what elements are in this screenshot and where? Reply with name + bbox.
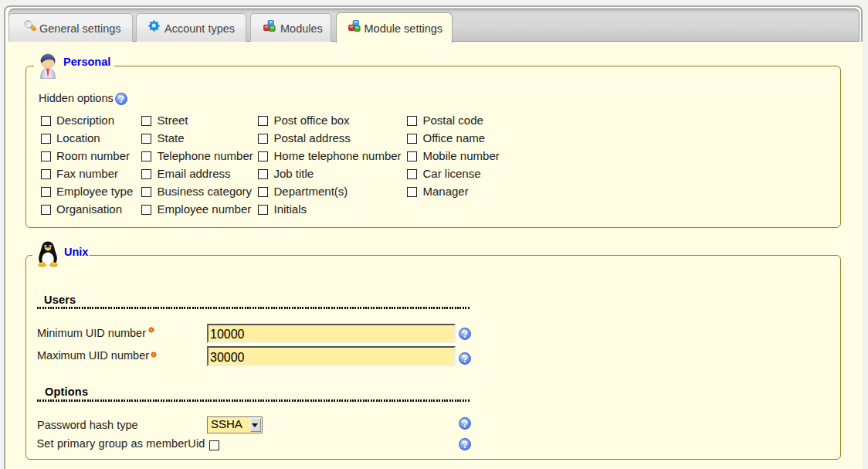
- svg-text:?: ?: [462, 419, 468, 430]
- svg-text:?: ?: [462, 353, 468, 364]
- svg-text:?: ?: [118, 93, 124, 104]
- svg-text:?: ?: [462, 329, 468, 340]
- svg-text:?: ?: [462, 440, 468, 450]
